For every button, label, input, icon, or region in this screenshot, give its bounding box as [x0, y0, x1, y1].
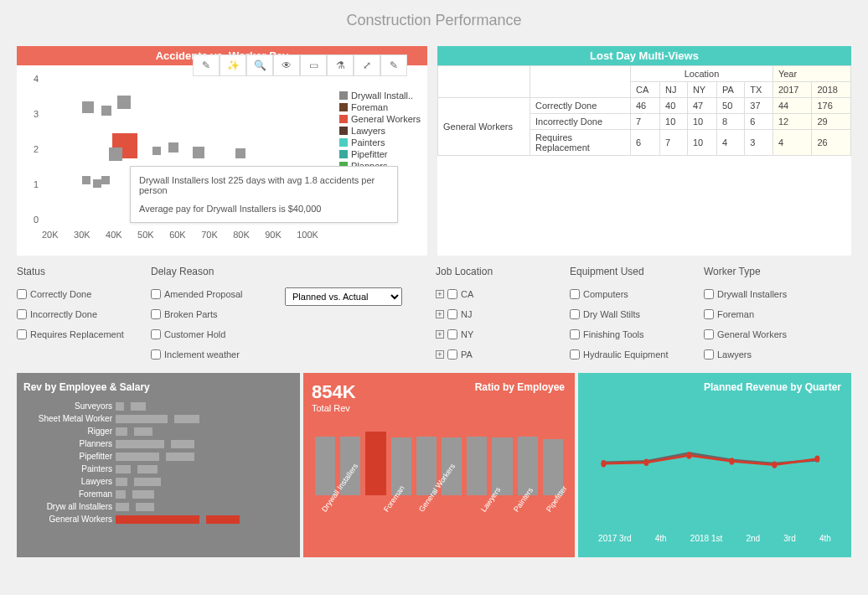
filter-title: Worker Type — [704, 266, 813, 277]
chart-legend: Drywall Install.. Foreman General Worker… — [339, 91, 421, 173]
col-header: PA — [717, 82, 745, 98]
x-tick: 20K — [42, 230, 59, 240]
line-x-axis: 2017 3rd4th2018 1st2nd3rd4th — [586, 534, 843, 543]
y-tick: 4 — [34, 74, 39, 84]
ratio-bar — [365, 432, 385, 495]
y-tick: 1 — [34, 179, 39, 189]
col-header: 2017 — [772, 82, 812, 98]
x-tick: 60K — [169, 230, 186, 240]
legend-label: Drywall Install.. — [351, 91, 413, 101]
row-label: Incorrectly Done — [530, 114, 631, 130]
planned-vs-actual-select[interactable]: Planned vs. Actual — [285, 287, 402, 306]
checkbox-inclement-weather[interactable]: Inclement weather — [151, 349, 260, 360]
col-group: Location — [631, 66, 773, 82]
filter-title: Job Location — [436, 266, 545, 277]
svg-point-1 — [643, 459, 648, 466]
select-icon[interactable]: ▭ — [300, 54, 327, 76]
svg-point-0 — [601, 460, 606, 467]
tree-item-nj[interactable]: +NJ — [436, 309, 545, 319]
ratio-bar — [467, 437, 487, 495]
kpi-label: Total Rev — [312, 403, 566, 413]
tooltip: Drywall Installers lost 225 days with av… — [130, 166, 398, 223]
planned-revenue-panel: Planned Revenue by Quarter 2017 3rd4th20… — [578, 373, 851, 557]
y-tick: 2 — [34, 144, 39, 154]
checkbox-amended-proposal[interactable]: Amended Proposal — [151, 289, 260, 299]
accidents-vs-pay-panel: Accidents vs. Worker Pay ✎ ✨ 🔍 👁 ▭ ⚗ ⤢ ✎… — [17, 46, 427, 256]
legend-label: Lawyers — [351, 126, 385, 136]
row-label: Requires Replacement — [530, 130, 631, 156]
panel-title: Planned Revenue by Quarter — [704, 381, 841, 393]
col-group: Year — [772, 66, 850, 82]
rev-row: Painters — [23, 463, 293, 475]
rev-by-employee-panel: Rev by Employee & Salary SurveyorsSheet … — [17, 373, 300, 557]
filter-title: Delay Reason — [151, 266, 260, 277]
col-header: 2018 — [812, 82, 851, 98]
expand-icon[interactable]: ⤢ — [354, 54, 380, 76]
x-tick: 30K — [74, 230, 90, 240]
y-axis: 4 3 2 1 0 — [34, 74, 39, 225]
svg-point-2 — [686, 452, 691, 458]
checkbox-drywall-installers[interactable]: Drywall Installers — [704, 289, 813, 299]
row-group: General Workers — [438, 98, 530, 156]
chart2-title: Lost Day Multi-Views — [437, 46, 851, 65]
rev-row: Lawyers — [23, 475, 293, 488]
panel-title: Ratio by Employee — [475, 381, 565, 393]
tree-item-ca[interactable]: +CA — [436, 289, 545, 299]
rev-row: Sheet Metal Worker — [23, 412, 293, 425]
filter-title: Status — [17, 266, 126, 277]
col-header: CA — [631, 82, 660, 98]
zoom-icon[interactable]: 🔍 — [246, 54, 273, 76]
checkbox-general-workers[interactable]: General Workers — [704, 329, 813, 339]
ratio-bar — [315, 437, 335, 495]
col-header: NJ — [660, 82, 688, 98]
checkbox-customer-hold[interactable]: Customer Hold — [151, 329, 260, 339]
line-chart[interactable] — [586, 401, 843, 519]
col-header: NY — [687, 82, 716, 98]
svg-point-3 — [729, 458, 734, 464]
rev-row: Foreman — [23, 488, 293, 500]
y-tick: 0 — [34, 215, 39, 225]
checkbox-dry-wall-stilts[interactable]: Dry Wall Stilts — [570, 309, 679, 319]
edit-icon[interactable]: ✎ — [380, 54, 407, 76]
tree-item-ny[interactable]: +NY — [436, 329, 545, 339]
col-header: TX — [745, 82, 773, 98]
legend-label: Painters — [351, 137, 385, 147]
checkbox-correctly-done[interactable]: Correctly Done — [17, 289, 126, 299]
rev-row: Dryw all Installers — [23, 500, 293, 513]
lost-day-panel: Lost Day Multi-Views Location Year CA NJ… — [437, 46, 851, 256]
checkbox-computers[interactable]: Computers — [570, 289, 679, 299]
checkbox-finishing-tools[interactable]: Finishing Tools — [570, 329, 679, 339]
checkbox-incorrectly-done[interactable]: Incorrectly Done — [17, 309, 126, 319]
x-tick: 90K — [265, 230, 282, 240]
x-tick: 40K — [106, 230, 122, 240]
tooltip-line: Average pay for Drywall Installers is $4… — [139, 204, 389, 214]
panel-title: Rev by Employee & Salary — [23, 381, 293, 393]
checkbox-hydraulic-equipment[interactable]: Hydraulic Equipment — [570, 349, 679, 360]
x-tick: 100K — [297, 230, 318, 240]
rev-row: Rigger — [23, 425, 293, 437]
pencil-icon[interactable]: ✎ — [193, 54, 220, 76]
wand-icon[interactable]: ✨ — [220, 54, 246, 76]
x-tick: 70K — [201, 230, 218, 240]
tree-item-pa[interactable]: +PA — [436, 349, 545, 360]
legend-label: Pipefitter — [351, 149, 387, 159]
lost-day-table: Location Year CA NJ NY PA TX 2017 2018 G… — [437, 65, 851, 156]
checkbox-broken-parts[interactable]: Broken Parts — [151, 309, 260, 319]
ratio-by-employee-panel: 854K Total Rev Ratio by Employee Drywall… — [303, 373, 575, 557]
flask-icon[interactable]: ⚗ — [327, 54, 354, 76]
x-tick: 50K — [137, 230, 154, 240]
filter-title: Equipment Used — [570, 266, 679, 277]
chart-toolbar: ✎ ✨ 🔍 👁 ▭ ⚗ ⤢ ✎ — [193, 54, 407, 76]
rev-row: Pipefitter — [23, 450, 293, 463]
x-axis: 20K 30K 40K 50K 60K 70K 80K 90K 100K — [42, 230, 318, 240]
rev-row: Planners — [23, 437, 293, 450]
row-label: Correctly Done — [530, 98, 631, 114]
checkbox-foreman[interactable]: Foreman — [704, 309, 813, 319]
rev-row: Surveyors — [23, 400, 293, 412]
rev-row: General Workers — [23, 513, 293, 525]
checkbox-requires-replacement[interactable]: Requires Replacement — [17, 329, 126, 339]
eye-off-icon[interactable]: 👁 — [273, 54, 300, 76]
checkbox-lawyers[interactable]: Lawyers — [704, 349, 813, 360]
x-tick: 80K — [233, 230, 250, 240]
tooltip-line: Drywall Installers lost 225 days with av… — [139, 175, 389, 195]
